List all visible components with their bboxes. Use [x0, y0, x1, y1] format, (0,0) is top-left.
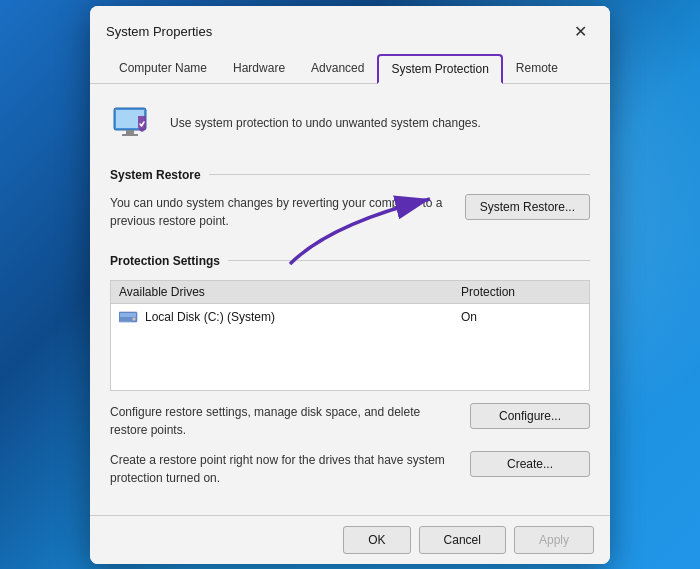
col-protection: Protection	[461, 285, 581, 299]
tab-system-protection[interactable]: System Protection	[377, 54, 502, 84]
ok-button[interactable]: OK	[343, 526, 410, 554]
svg-point-7	[133, 317, 136, 320]
title-bar: System Properties ✕	[90, 6, 610, 46]
tab-computer-name[interactable]: Computer Name	[106, 54, 220, 83]
create-button[interactable]: Create...	[470, 451, 590, 477]
system-restore-label: System Restore	[110, 168, 201, 182]
protection-icon	[110, 100, 158, 148]
dialog-footer: OK Cancel Apply	[90, 515, 610, 564]
configure-description: Configure restore settings, manage disk …	[110, 403, 458, 439]
create-description: Create a restore point right now for the…	[110, 451, 458, 487]
svg-rect-2	[126, 130, 134, 134]
drives-table: Available Drives Protection Local Disk (…	[110, 280, 590, 391]
system-properties-dialog: System Properties ✕ Computer Name Hardwa…	[90, 6, 610, 564]
protection-settings-label: Protection Settings	[110, 254, 220, 268]
configure-button[interactable]: Configure...	[470, 403, 590, 429]
svg-rect-8	[120, 321, 132, 322]
tab-advanced[interactable]: Advanced	[298, 54, 377, 83]
dialog-title: System Properties	[106, 24, 212, 39]
svg-rect-6	[120, 313, 136, 317]
table-header: Available Drives Protection	[111, 281, 589, 304]
cancel-button[interactable]: Cancel	[419, 526, 506, 554]
system-restore-header: System Restore	[110, 168, 590, 182]
col-available-drives: Available Drives	[119, 285, 461, 299]
tab-remote[interactable]: Remote	[503, 54, 571, 83]
header-section: Use system protection to undo unwanted s…	[110, 100, 590, 148]
protection-section-divider	[228, 260, 590, 261]
table-row[interactable]: Local Disk (C:) (System) On	[111, 304, 589, 330]
configure-row: Configure restore settings, manage disk …	[110, 403, 590, 439]
protection-status: On	[461, 310, 581, 324]
system-restore-box: You can undo system changes by reverting…	[110, 194, 590, 230]
tab-hardware[interactable]: Hardware	[220, 54, 298, 83]
svg-rect-3	[122, 134, 138, 136]
restore-description: You can undo system changes by reverting…	[110, 194, 453, 230]
section-divider	[209, 174, 590, 175]
dialog-body: Use system protection to undo unwanted s…	[90, 84, 610, 515]
close-button[interactable]: ✕	[566, 18, 594, 46]
system-restore-button[interactable]: System Restore...	[465, 194, 590, 220]
header-description: Use system protection to undo unwanted s…	[170, 115, 481, 132]
create-row: Create a restore point right now for the…	[110, 451, 590, 487]
apply-button[interactable]: Apply	[514, 526, 594, 554]
table-empty-space	[111, 330, 589, 390]
drive-icon	[119, 310, 139, 324]
drive-name: Local Disk (C:) (System)	[145, 310, 461, 324]
protection-settings-header: Protection Settings	[110, 254, 590, 268]
tabs-bar: Computer Name Hardware Advanced System P…	[90, 46, 610, 84]
